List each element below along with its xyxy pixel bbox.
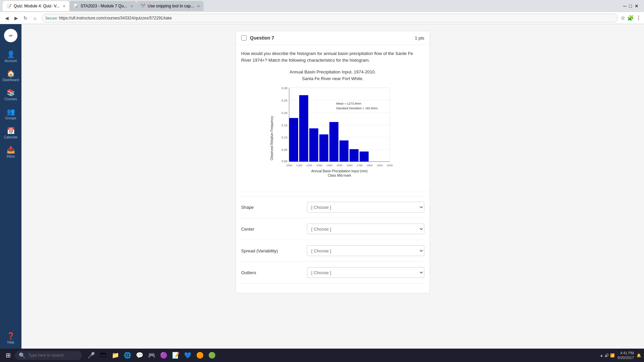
bookmark-icon[interactable]: ☆ xyxy=(621,15,625,21)
nav-buttons: ◀ ▶ ↻ ⌂ xyxy=(3,14,39,22)
taskbar: ⊞ 🔍 🎤 🗔 📁 🌐 💬 🎮 🟣 📝 💙 🟠 🟢 ▲ 🔊 📶 4:41 PM … xyxy=(0,349,644,362)
sidebar-item-groups[interactable]: 👥 Groups xyxy=(0,105,21,123)
tab-bar: 📝 Quiz: Module 4: Quiz- V... ✕ 📊 STA2023… xyxy=(0,0,644,12)
match-row-spread: Spread (Variability) [ Choose ] xyxy=(241,245,424,256)
bar-1350 xyxy=(309,128,318,162)
taskbar-app-word[interactable]: 📝 xyxy=(170,350,181,361)
taskbar-app-extra1[interactable]: 🟠 xyxy=(195,350,205,361)
svg-text:1350: 1350 xyxy=(316,164,322,167)
taskbar-app-taskview[interactable]: 🗔 xyxy=(98,350,109,361)
start-button[interactable]: ⊞ xyxy=(3,350,13,361)
match-row-shape: Shape [ Choose ] xyxy=(241,202,424,213)
svg-text:Observed Relative Frequency: Observed Relative Frequency xyxy=(270,116,274,160)
sidebar-item-calendar[interactable]: 📅 Calendar xyxy=(0,124,21,142)
minimize-button[interactable]: ─ xyxy=(623,3,627,9)
menu-icon[interactable]: ⋮ xyxy=(636,15,641,21)
address-bar: ◀ ▶ ↻ ⌂ Secure https://ufl.instructure.c… xyxy=(0,12,644,24)
chart-container: Annual Basin Precipitation Input, 1974-2… xyxy=(241,69,424,180)
question-checkbox[interactable] xyxy=(241,35,247,41)
tray-icons: ▲ 🔊 📶 xyxy=(600,353,615,358)
svg-text:0.20: 0.20 xyxy=(281,111,287,115)
sidebar: UF 👤 Account 🏠 Dashboard 📚 Courses 👥 Gro… xyxy=(0,24,21,362)
sidebar-label-dashboard: Dashboard xyxy=(3,78,19,82)
sidebar-item-help[interactable]: ❓ Help xyxy=(0,329,21,347)
outliers-select[interactable]: [ Choose ] xyxy=(307,267,424,278)
outliers-label: Outliers xyxy=(241,270,302,275)
svg-text:1050: 1050 xyxy=(286,164,292,167)
svg-text:0.15: 0.15 xyxy=(281,124,287,127)
back-button[interactable]: ◀ xyxy=(3,14,11,22)
tab-label-1: Quiz: Module 4: Quiz- V... xyxy=(14,4,59,8)
tab-favicon-1: 📝 xyxy=(7,4,12,8)
tray-time-value: 4:41 PM xyxy=(618,351,634,355)
search-icon: 🔍 xyxy=(19,352,25,359)
tab-close-1[interactable]: ✕ xyxy=(63,4,65,8)
taskbar-app-extra2[interactable]: 🟢 xyxy=(207,350,217,361)
taskbar-app-discord[interactable]: 💬 xyxy=(134,350,145,361)
center-label: Center xyxy=(241,227,302,232)
chart-title: Annual Basin Precipitation Input, 1974-2… xyxy=(241,69,424,82)
tab-active[interactable]: 📝 Quiz: Module 4: Quiz- V... ✕ xyxy=(3,1,69,11)
url-box[interactable]: Secure https://ufl.instructure.com/cours… xyxy=(42,14,618,22)
url-text: https://ufl.instructure.com/courses/3433… xyxy=(59,16,172,20)
svg-text:0.10: 0.10 xyxy=(281,136,287,139)
center-select[interactable]: [ Choose ] xyxy=(307,224,424,234)
tab-2[interactable]: 📊 STA2023 - Module 7 Qu... ✕ xyxy=(69,1,137,11)
tab-favicon-2: 📊 xyxy=(73,4,78,8)
match-row-outliers: Outliers [ Choose ] xyxy=(241,267,424,278)
question-points: 1 pts xyxy=(415,36,424,41)
svg-text:0.30: 0.30 xyxy=(281,86,287,90)
notification-icon[interactable]: 🔔 xyxy=(637,353,641,358)
close-button[interactable]: ✕ xyxy=(635,3,639,9)
taskbar-app-cortana[interactable]: 🎤 xyxy=(86,350,97,361)
svg-text:1450: 1450 xyxy=(326,164,332,167)
x-label-line1: Annual Basin Precipitation Input (mm) xyxy=(311,169,368,173)
chart-title-line1: Annual Basin Precipitation Input, 1974-2… xyxy=(289,69,376,74)
svg-text:0.05: 0.05 xyxy=(281,148,287,152)
sidebar-item-inbox[interactable]: 📥 Inbox xyxy=(0,143,21,161)
tray-date-value: 9/20/2017 xyxy=(618,355,634,360)
chart-title-line2: Santa Fe River near Fort White. xyxy=(302,76,364,81)
bar-1550 xyxy=(329,122,338,162)
taskbar-tray: ▲ 🔊 📶 4:41 PM 9/20/2017 🔔 xyxy=(600,351,641,360)
svg-text:1250: 1250 xyxy=(306,164,312,167)
tab-close-3[interactable]: ✕ xyxy=(197,4,200,8)
taskbar-app-chrome[interactable]: 🌐 xyxy=(122,350,133,361)
tab-3[interactable]: ✂️ Use snipping tool to cap... ✕ xyxy=(137,1,204,11)
sidebar-item-courses[interactable]: 📚 Courses xyxy=(0,86,21,104)
groups-icon: 👥 xyxy=(7,108,15,116)
divider-bottom xyxy=(241,283,424,284)
question-header: Question 7 1 pts xyxy=(236,31,430,45)
bar-1850 xyxy=(360,152,369,162)
shape-select[interactable]: [ Choose ] xyxy=(307,202,424,213)
maximize-button[interactable]: □ xyxy=(629,3,632,9)
taskbar-app-twitch[interactable]: 🟣 xyxy=(158,350,169,361)
question-title: Question 7 xyxy=(250,35,274,41)
spread-label: Spread (Variability) xyxy=(241,248,302,253)
svg-text:1550: 1550 xyxy=(336,164,342,167)
spread-select[interactable]: [ Choose ] xyxy=(307,245,424,256)
x-label-line2: Class Mid-mark xyxy=(328,174,351,177)
tab-close-2[interactable]: ✕ xyxy=(130,4,133,8)
taskbar-app-steam[interactable]: 🎮 xyxy=(146,350,157,361)
svg-text:1950: 1950 xyxy=(377,164,383,167)
tab-favicon-3: ✂️ xyxy=(141,4,146,8)
taskbar-search[interactable]: 🔍 xyxy=(15,351,82,360)
account-icon: 👤 xyxy=(7,50,15,58)
divider-2 xyxy=(241,240,424,240)
sidebar-item-account[interactable]: 👤 Account xyxy=(0,48,21,65)
forward-button[interactable]: ▶ xyxy=(12,14,20,22)
taskbar-app-1[interactable]: 📁 xyxy=(110,350,121,361)
search-input[interactable] xyxy=(28,353,75,358)
home-button[interactable]: ⌂ xyxy=(31,14,39,22)
refresh-button[interactable]: ↻ xyxy=(21,14,30,22)
sidebar-item-dashboard[interactable]: 🏠 Dashboard xyxy=(0,67,21,84)
tab-label-2: STA2023 - Module 7 Qu... xyxy=(80,4,127,8)
taskbar-app-onenote[interactable]: 💙 xyxy=(182,350,193,361)
sidebar-label-calendar: Calendar xyxy=(4,135,18,139)
tab-label-3: Use snipping tool to cap... xyxy=(148,4,194,8)
courses-icon: 📚 xyxy=(7,88,15,97)
extensions-icon[interactable]: 🧩 xyxy=(627,15,634,21)
sidebar-label-help: Help xyxy=(7,341,14,344)
sd-label: Standard Deviation = 182.8mm xyxy=(336,107,378,110)
